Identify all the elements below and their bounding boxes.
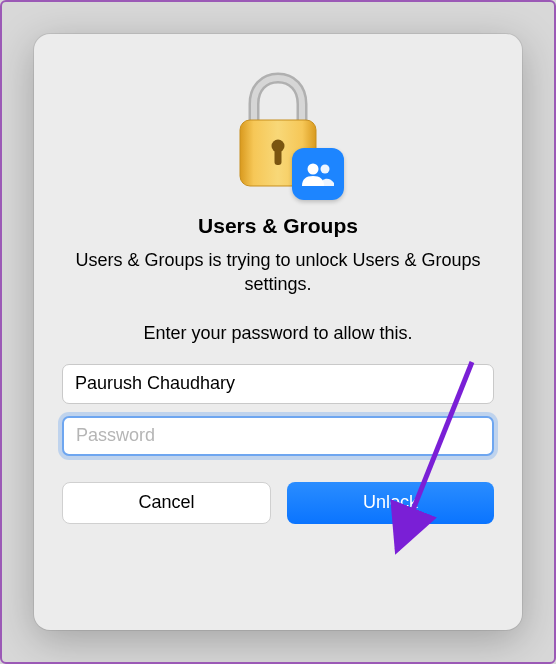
dialog-message: Users & Groups is trying to unlock Users…	[62, 248, 494, 297]
auth-dialog: Users & Groups Users & Groups is trying …	[34, 34, 522, 630]
password-field[interactable]	[62, 416, 494, 456]
svg-rect-3	[275, 149, 282, 165]
users-group-icon	[300, 160, 336, 188]
button-row: Cancel Unlock	[62, 482, 494, 524]
svg-point-5	[321, 165, 330, 174]
dialog-instruction: Enter your password to allow this.	[143, 323, 412, 344]
users-badge	[292, 148, 344, 200]
dialog-icon	[218, 66, 338, 196]
svg-point-4	[308, 164, 319, 175]
dialog-title: Users & Groups	[198, 214, 358, 238]
cancel-button[interactable]: Cancel	[62, 482, 271, 524]
unlock-button[interactable]: Unlock	[287, 482, 494, 524]
username-field[interactable]	[62, 364, 494, 404]
